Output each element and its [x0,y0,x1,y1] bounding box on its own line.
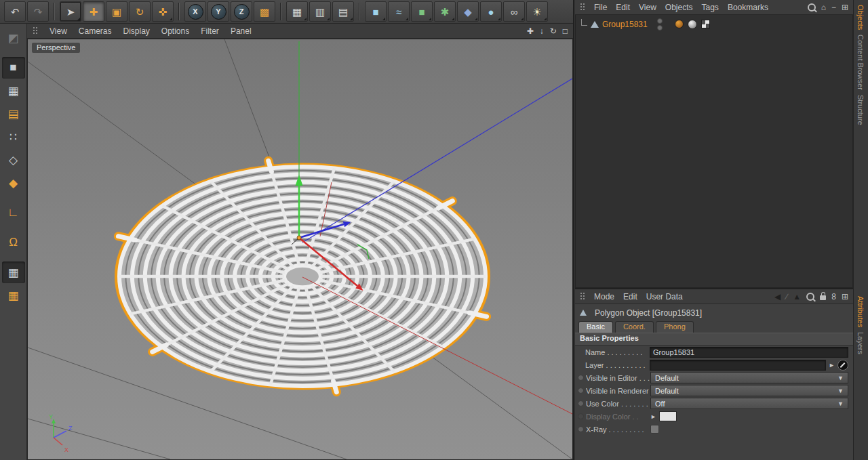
display-color-expand-icon[interactable]: ► [650,413,656,420]
enable-axis-button[interactable]: ∟ [2,202,25,224]
add-light-button[interactable]: ☀ [526,1,548,22]
layer-browser-icon[interactable] [837,360,848,371]
scale-tool-button[interactable]: ▣ [106,1,127,22]
panel-grip[interactable] [580,292,585,301]
pan-view-icon[interactable]: ✚ [527,26,534,36]
render-visibility-dot[interactable] [657,25,663,30]
up-level-icon[interactable]: ▲ [793,292,801,301]
layer-expand-icon[interactable]: ► [829,362,835,369]
add-environment-button[interactable]: ● [480,1,502,22]
menu-display[interactable]: Display [123,26,149,36]
animation-dot[interactable] [578,388,584,394]
menu-cameras[interactable]: Cameras [79,26,112,36]
tab-coord[interactable]: Coord. [615,321,654,333]
tab-objects[interactable]: Objects [854,5,865,30]
menu-user-data[interactable]: User Data [646,292,683,301]
menu-tags[interactable]: Tags [702,3,719,12]
undo-button[interactable]: ↶ [4,1,26,22]
animation-dot[interactable] [578,413,584,419]
home-icon[interactable]: ⌂ [821,3,826,12]
layer-input[interactable] [650,360,826,371]
menu-panel[interactable]: Panel [231,26,252,36]
panel-grip[interactable] [580,3,585,12]
toggle-view-icon[interactable]: □ [563,26,568,36]
points-mode-button[interactable]: ∷ [2,126,25,148]
animation-dot[interactable] [578,426,584,432]
search-icon[interactable] [806,293,814,301]
lock-icon[interactable] [820,295,826,300]
workplane-grid-button[interactable]: ▦ [2,285,25,306]
uvw-tag-icon[interactable] [701,20,710,28]
tab-phong[interactable]: Phong [656,321,694,333]
lock-y-button[interactable]: Y [208,1,229,22]
animation-dot[interactable] [578,400,584,406]
menu-view[interactable]: View [50,26,67,36]
menu-filter[interactable]: Filter [201,26,219,36]
history-back-icon[interactable]: ◀ [774,292,781,301]
add-spline-button[interactable]: ≈ [388,1,410,22]
xray-checkbox[interactable] [650,425,659,434]
viewport-label[interactable]: Perspective [32,43,80,53]
add-primitive-button[interactable]: ■ [365,1,387,22]
menu-view[interactable]: View [639,3,656,12]
lock-x-button[interactable]: X [184,1,206,22]
link-icon[interactable]: 8 [831,292,836,301]
dolly-view-icon[interactable]: ↓ [540,26,544,36]
model-mode-button[interactable]: ■ [2,57,25,79]
add-panel-icon[interactable]: ⊞ [842,3,848,12]
display-color-swatch[interactable] [659,411,677,421]
tab-content-browser[interactable]: Content Browser [854,35,865,90]
last-tool-button[interactable]: ✜ [152,1,174,22]
render-picture-viewer-button[interactable]: ▥ [309,1,331,22]
material-tag-icon[interactable] [675,20,684,28]
rotate-view-icon[interactable]: ↻ [550,26,557,36]
object-name[interactable]: Group15831 [602,20,648,29]
add-deformer-button[interactable]: ◆ [457,1,479,22]
object-tree[interactable]: Group15831 [575,15,853,288]
object-row-group15831[interactable]: Group15831 [580,18,848,30]
texture-tag-icon[interactable] [688,20,697,29]
viewport-canvas[interactable]: Perspective [27,39,573,460]
texture-mode-button[interactable]: ▦ [2,80,25,102]
menu-bookmarks[interactable]: Bookmarks [728,3,768,12]
make-editable-button[interactable]: ◩ [2,27,25,49]
workplane-mode-button[interactable]: ▤ [2,103,25,125]
name-input[interactable] [650,347,848,358]
editor-visibility-dot[interactable] [657,18,663,24]
filter-icon[interactable]: ∕ [786,292,787,301]
menu-mode[interactable]: Mode [594,292,614,301]
lock-z-button[interactable]: Z [231,1,252,22]
render-settings-button[interactable]: ▤ [332,1,354,22]
coordinate-system-button[interactable]: ▩ [254,1,275,22]
polygons-mode-button[interactable]: ◆ [2,172,25,194]
render-view-button[interactable]: ▦ [286,1,308,22]
tab-structure[interactable]: Structure [854,95,865,125]
snap-button[interactable]: Ω [2,232,25,253]
menu-objects[interactable]: Objects [665,3,693,12]
tab-basic[interactable]: Basic [578,321,613,333]
menu-options[interactable]: Options [161,26,189,36]
animation-dot[interactable] [578,375,584,381]
visible-in-editor-dropdown[interactable]: Default▼ [650,372,848,383]
menu-edit[interactable]: Edit [616,3,630,12]
add-generator-button[interactable]: ■ [411,1,433,22]
tab-layers[interactable]: Layers [854,332,865,354]
woven-disc-object[interactable] [117,161,488,392]
tab-attributes[interactable]: Attributes [854,296,865,327]
redo-button[interactable]: ↷ [27,1,49,22]
menu-edit[interactable]: Edit [623,292,637,301]
add-camera-button[interactable]: ∞ [503,1,525,22]
panel-grip[interactable] [33,26,38,35]
edges-mode-button[interactable]: ◇ [2,149,25,171]
live-selection-button[interactable]: ➤ [60,1,81,22]
search-icon[interactable] [808,3,816,12]
gizmo-center[interactable] [297,236,301,240]
workplane-lock-button[interactable]: ▦ [2,262,25,283]
add-modifier-button[interactable]: ✱ [434,1,456,22]
menu-file[interactable]: File [594,3,607,12]
rotate-tool-button[interactable]: ↻ [129,1,151,22]
add-panel-icon[interactable]: ⊞ [842,292,848,301]
minimize-icon[interactable]: − [831,3,836,12]
move-tool-button[interactable]: ✚ [83,1,104,22]
use-color-dropdown[interactable]: Off▼ [650,398,848,409]
